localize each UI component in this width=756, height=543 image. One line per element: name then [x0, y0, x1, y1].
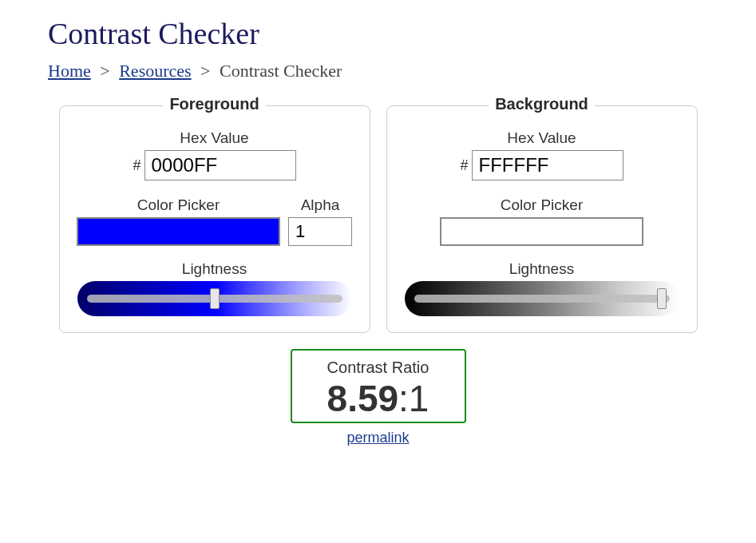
fg-slider-thumb[interactable]: [210, 288, 220, 309]
background-panel: Background Hex Value # Color Picker Ligh…: [386, 105, 698, 333]
ratio-number: 8.59: [327, 378, 399, 419]
permalink-link[interactable]: permalink: [346, 430, 409, 446]
foreground-panel: Foreground Hex Value # Color Picker Alph…: [59, 105, 370, 333]
breadcrumb-sep: >: [100, 61, 109, 81]
hash-symbol: #: [460, 157, 468, 174]
ratio-suffix: :1: [398, 378, 429, 419]
fg-lightness-slider[interactable]: [77, 281, 352, 316]
bg-lightness-label: Lightness: [403, 260, 681, 278]
breadcrumb-sep: >: [200, 61, 210, 81]
bg-color-picker[interactable]: [440, 217, 643, 246]
bg-hex-input[interactable]: [472, 150, 623, 180]
fg-lightness-label: Lightness: [76, 260, 354, 278]
breadcrumb-current: Contrast Checker: [220, 61, 342, 81]
bg-picker-label: Color Picker: [403, 196, 681, 214]
ratio-label: Contrast Ratio: [300, 359, 457, 377]
bg-hex-label: Hex Value: [403, 129, 681, 147]
fg-picker-label: Color Picker: [77, 196, 280, 214]
background-legend: Background: [489, 95, 595, 113]
fg-hex-input[interactable]: [144, 150, 296, 180]
hash-symbol: #: [133, 157, 141, 174]
ratio-value: 8.59:1: [300, 380, 457, 417]
foreground-legend: Foreground: [163, 95, 265, 113]
fg-color-picker[interactable]: [77, 217, 280, 246]
bg-lightness-slider[interactable]: [405, 281, 679, 316]
breadcrumb-resources-link[interactable]: Resources: [119, 61, 191, 81]
fg-hex-label: Hex Value: [76, 129, 354, 147]
contrast-ratio-box: Contrast Ratio 8.59:1: [291, 349, 466, 423]
breadcrumb: Home > Resources > Contrast Checker: [48, 61, 708, 81]
breadcrumb-home-link[interactable]: Home: [48, 61, 91, 81]
bg-slider-thumb[interactable]: [657, 288, 667, 309]
slider-track: [414, 295, 670, 303]
fg-alpha-input[interactable]: [288, 217, 352, 246]
slider-track: [87, 295, 342, 303]
fg-alpha-label: Alpha: [288, 196, 352, 214]
page-title: Contrast Checker: [48, 16, 708, 51]
